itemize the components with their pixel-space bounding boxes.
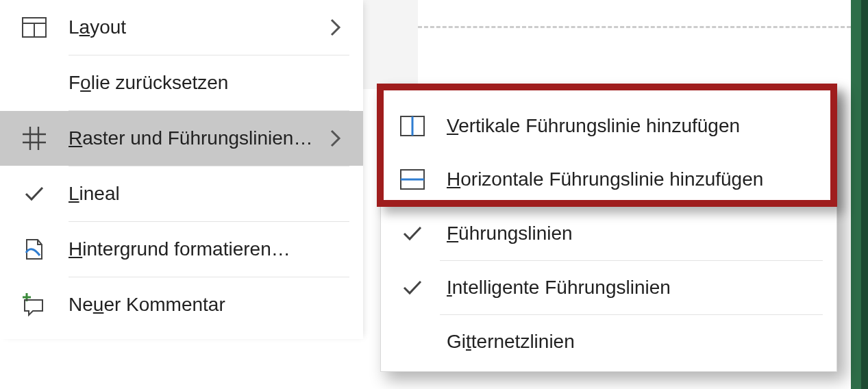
menu-item-format-background[interactable]: Hintergrund formatieren… bbox=[0, 222, 363, 277]
menu-item-add-vertical-guide[interactable]: Vertikale Führungslinie hinzufügen bbox=[381, 99, 836, 153]
chevron-right-icon bbox=[330, 18, 349, 36]
format-background-icon bbox=[19, 234, 49, 264]
menu-item-label: Gitternetzlinien bbox=[447, 331, 816, 353]
menu-item-label: Lineal bbox=[69, 183, 349, 205]
menu-item-label: Raster und Führungslinien… bbox=[69, 127, 330, 149]
menu-item-label: Hintergrund formatieren… bbox=[69, 238, 349, 260]
menu-item-ruler[interactable]: Lineal bbox=[0, 166, 363, 221]
checkmark-icon bbox=[19, 179, 49, 209]
menu-item-guides[interactable]: Führungslinien bbox=[381, 207, 836, 260]
menu-item-label: Horizontale Führungslinie hinzufügen bbox=[447, 168, 816, 190]
grid-guides-submenu: Vertikale Führungslinie hinzufügen Horiz… bbox=[380, 89, 837, 372]
slide-canvas bbox=[363, 0, 868, 89]
menu-item-label: Intelligente Führungslinien bbox=[447, 277, 816, 299]
menu-item-new-comment[interactable]: Neuer Kommentar bbox=[0, 277, 363, 332]
menu-item-smart-guides[interactable]: Intelligente Führungslinien bbox=[381, 261, 836, 314]
menu-item-label: Führungslinien bbox=[447, 223, 816, 244]
layout-icon bbox=[19, 12, 49, 42]
menu-item-grid-and-guides[interactable]: Raster und Führungslinien… bbox=[0, 111, 363, 166]
chevron-right-icon bbox=[330, 129, 349, 147]
blank-icon bbox=[19, 68, 49, 98]
menu-item-gridlines[interactable]: Gitternetzlinien bbox=[381, 315, 836, 368]
horizontal-guide-icon bbox=[397, 164, 427, 194]
menu-item-reset-slide[interactable]: Folie zurücksetzen bbox=[0, 55, 363, 110]
menu-item-label: Folie zurücksetzen bbox=[69, 72, 349, 94]
blank-icon bbox=[397, 327, 427, 357]
menu-item-label: Neuer Kommentar bbox=[69, 294, 349, 316]
checkmark-icon bbox=[397, 273, 427, 303]
checkmark-icon bbox=[397, 218, 427, 249]
vertical-guide-icon bbox=[397, 111, 427, 141]
svg-rect-1 bbox=[23, 18, 46, 23]
menu-item-add-horizontal-guide[interactable]: Horizontale Führungslinie hinzufügen bbox=[381, 153, 836, 206]
menu-item-label: Vertikale Führungslinie hinzufügen bbox=[447, 115, 816, 137]
grid-icon bbox=[19, 123, 49, 153]
context-menu: Layout Folie zurücksetzen Raster und Füh… bbox=[0, 0, 363, 339]
menu-item-label: Layout bbox=[69, 16, 330, 38]
new-comment-icon bbox=[19, 290, 49, 320]
menu-item-layout[interactable]: Layout bbox=[0, 0, 363, 55]
